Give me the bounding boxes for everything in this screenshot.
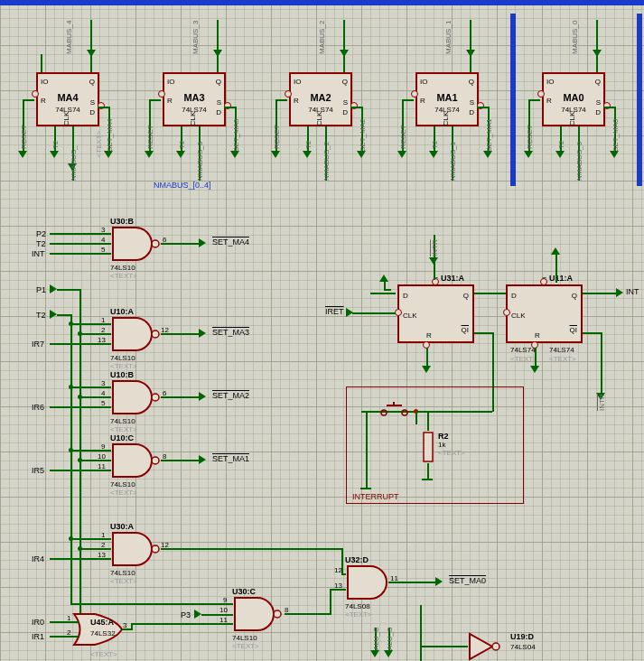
interrupt-box [346,386,524,504]
ff-ma0: MA0 74LS74 R D CLK S IO Q [542,72,605,126]
pushbutton-icon[interactable] [379,402,411,420]
svg-point-2 [152,394,159,401]
ff-u31a: D CLK Q R S QI [397,284,474,343]
svg-rect-11 [424,433,433,461]
svg-point-7 [381,410,387,415]
svg-point-6 [492,643,499,650]
ff-u11a: D CLK Q R S QI [506,284,583,343]
svg-point-8 [402,410,407,415]
svg-point-3 [152,457,159,464]
resistor-r2 [422,429,434,465]
svg-point-0 [152,240,159,247]
ff-ma4: MA4 74LS74 R D CLK S IO Q [36,72,99,126]
ff-ma3: MA3 74LS74 R D CLK S IO Q [163,72,226,126]
svg-point-4 [152,545,159,553]
ff-ma2: MA2 74LS74 R D CLK S IO Q [289,72,352,126]
svg-point-5 [274,610,281,618]
gate-u19d [465,632,501,661]
ff-ma1: MA1 74LS74 R D CLK S IO Q [415,72,479,126]
bus-label: NMABUS_[0..4] [154,181,211,190]
svg-point-1 [152,330,159,338]
